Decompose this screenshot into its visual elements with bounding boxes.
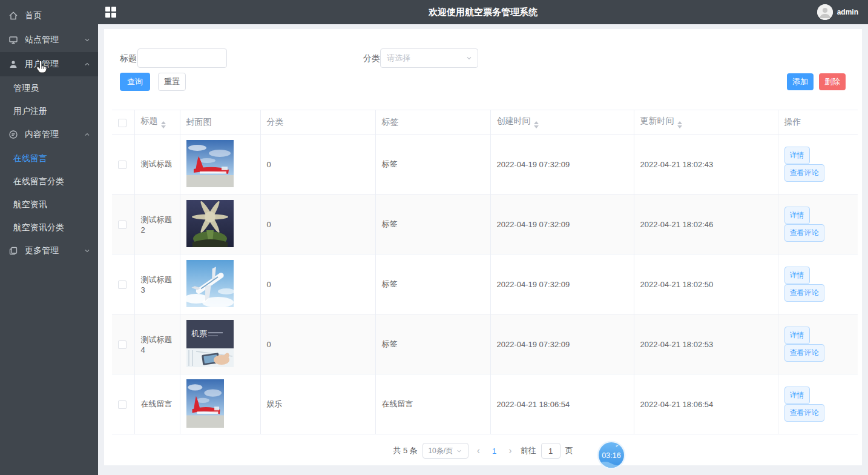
sidebar-item-admin[interactable]: 管理员 xyxy=(0,76,98,99)
cell-category: 0 xyxy=(260,314,375,374)
sidebar-item-label: 在线留言分类 xyxy=(13,176,64,186)
table-row: 在线留言 娱乐 在线留言 2022-04-21 18:06:54 2022-04… xyxy=(112,374,858,434)
title-filter-input[interactable] xyxy=(137,48,227,68)
detail-button[interactable]: 详情 xyxy=(784,207,810,224)
goto-label: 前往 xyxy=(521,445,536,456)
chevron-down-icon xyxy=(84,36,91,44)
page-size-value: 10条/页 xyxy=(428,446,453,456)
sidebar-item-site-management[interactable]: 站点管理 xyxy=(0,28,98,52)
cell-tag: 标签 xyxy=(375,135,490,194)
detail-button[interactable]: 详情 xyxy=(784,387,810,404)
add-button[interactable]: 添加 xyxy=(787,73,814,90)
detail-button[interactable]: 详情 xyxy=(784,327,810,344)
column-header[interactable]: 创建时间 xyxy=(490,110,634,135)
sidebar-item-content-management[interactable]: 内容管理 xyxy=(0,122,98,147)
cell-actions: 详情查看评论 xyxy=(778,135,858,194)
table-row: 测试标题4 机票 0 标签 2022-04-19 07:32:09 2022-0… xyxy=(112,314,858,374)
sidebar-item-home[interactable]: 首页 xyxy=(0,4,98,28)
user-menu[interactable]: admin xyxy=(817,4,858,20)
cell-updated: 2022-04-21 18:02:43 xyxy=(634,135,778,194)
cell-created: 2022-04-19 07:32:09 xyxy=(490,314,634,374)
cell-title: 测试标题 xyxy=(134,135,180,194)
cell-actions: 详情查看评论 xyxy=(778,314,858,374)
sidebar-item-label: 管理员 xyxy=(13,83,39,93)
sidebar-item-aviation-news-category[interactable]: 航空资讯分类 xyxy=(0,216,98,239)
reset-button[interactable]: 重置 xyxy=(158,73,186,91)
view-comments-button[interactable]: 查看评论 xyxy=(784,344,824,362)
total-count: 共 5 条 xyxy=(393,445,417,456)
data-table: 标题封面图分类标签创建时间更新时间操作 测试标题 0 标签 2022-04-19… xyxy=(112,110,858,434)
cell-title: 测试标题2 xyxy=(134,194,180,254)
sidebar-item-label: 用户注册 xyxy=(13,106,47,116)
cell-title: 测试标题3 xyxy=(134,254,180,314)
comment-icon xyxy=(8,130,19,139)
copy-icon xyxy=(8,246,19,256)
cell-updated: 2022-04-21 18:02:53 xyxy=(634,314,778,374)
chevron-down-icon xyxy=(465,55,473,62)
category-filter-label: 分类 xyxy=(363,53,380,64)
cover-image-red-airplane-tarmac xyxy=(186,140,234,187)
sidebar-item-label: 航空资讯分类 xyxy=(13,222,64,232)
column-header: 分类 xyxy=(260,110,375,135)
column-header: 操作 xyxy=(778,110,858,135)
cell-updated: 2022-04-21 18:02:46 xyxy=(634,194,778,254)
sort-icon[interactable] xyxy=(534,121,539,128)
cell-created: 2022-04-19 07:32:09 xyxy=(490,194,634,254)
cell-updated: 2022-04-21 18:02:50 xyxy=(634,254,778,314)
column-header[interactable]: 更新时间 xyxy=(634,110,778,135)
sort-icon[interactable] xyxy=(677,121,682,128)
cover-image-airplane-in-sky xyxy=(186,260,234,307)
select-all-checkbox[interactable] xyxy=(118,119,127,127)
row-checkbox[interactable] xyxy=(118,400,127,409)
sort-icon[interactable] xyxy=(161,121,166,128)
view-comments-button[interactable]: 查看评论 xyxy=(784,404,824,422)
page-suffix: 页 xyxy=(565,445,573,456)
delete-button[interactable]: 删除 xyxy=(819,73,846,90)
sidebar-item-label: 用户管理 xyxy=(25,59,59,70)
sidebar-item-online-message[interactable]: 在线留言 xyxy=(0,147,98,170)
sidebar-item-online-message-category[interactable]: 在线留言分类 xyxy=(0,170,98,193)
search-button[interactable]: 查询 xyxy=(120,73,150,91)
cell-actions: 详情查看评论 xyxy=(778,374,858,434)
detail-button[interactable]: 详情 xyxy=(784,147,810,164)
category-select[interactable]: 请选择 xyxy=(380,48,478,68)
view-comments-button[interactable]: 查看评论 xyxy=(784,224,824,242)
sidebar-item-aviation-news[interactable]: 航空资讯 xyxy=(0,193,98,216)
next-page-button[interactable]: › xyxy=(505,446,515,456)
goto-page-input[interactable] xyxy=(541,443,561,459)
sidebar-item-label: 更多管理 xyxy=(25,245,59,256)
pagination: 共 5 条 10条/页 ‹ 1 › 前往 页 xyxy=(104,442,862,459)
sidebar-item-more-management[interactable]: 更多管理 xyxy=(0,239,98,263)
clock-widget[interactable]: 03:16 xyxy=(597,440,626,470)
column-header[interactable]: 标题 xyxy=(134,110,180,135)
sidebar-item-label: 航空资讯 xyxy=(13,199,47,209)
menu-grid-icon[interactable] xyxy=(105,7,116,18)
row-checkbox[interactable] xyxy=(118,221,127,229)
sidebar-item-user-register[interactable]: 用户注册 xyxy=(0,99,98,122)
cell-category: 0 xyxy=(260,194,375,254)
sidebar-item-user-management[interactable]: 用户管理 xyxy=(0,52,98,76)
row-checkbox[interactable] xyxy=(118,161,127,169)
top-header: 欢迎使用航空票务管理系统 admin xyxy=(98,0,868,24)
cell-tag: 标签 xyxy=(375,314,490,374)
prev-page-button[interactable]: ‹ xyxy=(473,446,484,456)
view-comments-button[interactable]: 查看评论 xyxy=(784,164,824,182)
table-row: 测试标题3 0 标签 2022-04-19 07:32:09 2022-04-2… xyxy=(112,254,858,314)
current-page[interactable]: 1 xyxy=(488,447,500,456)
column-header: 封面图 xyxy=(180,110,260,135)
chevron-up-icon xyxy=(84,61,91,68)
row-checkbox[interactable] xyxy=(118,340,127,349)
cell-category: 0 xyxy=(260,254,375,314)
sidebar-item-label: 在线留言 xyxy=(13,153,47,163)
view-comments-button[interactable]: 查看评论 xyxy=(784,284,824,302)
header-select-all-cell xyxy=(112,110,134,135)
cell-updated: 2022-04-21 18:06:54 xyxy=(634,374,778,434)
cover-image-red-airplane-tarmac-portrait xyxy=(186,379,224,428)
cell-category: 娱乐 xyxy=(260,374,375,434)
cell-actions: 详情查看评论 xyxy=(778,254,858,314)
page-size-select[interactable]: 10条/页 xyxy=(422,443,469,459)
cell-created: 2022-04-19 07:32:09 xyxy=(490,254,634,314)
row-checkbox[interactable] xyxy=(118,281,127,289)
cell-category: 0 xyxy=(260,135,375,194)
detail-button[interactable]: 详情 xyxy=(784,267,810,284)
